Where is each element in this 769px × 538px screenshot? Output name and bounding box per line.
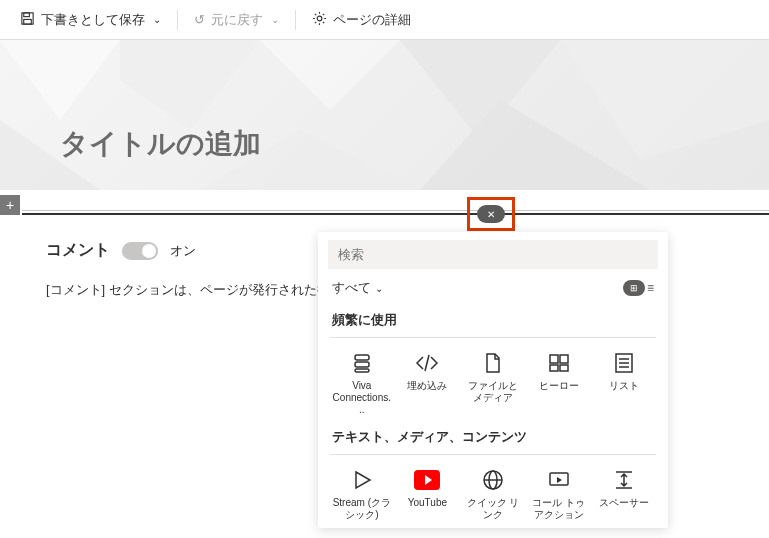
svg-rect-14 bbox=[355, 369, 369, 372]
panel-filter-row: すべて ⌄ ⊞ ≡ bbox=[318, 275, 668, 305]
comments-label: コメント bbox=[46, 240, 110, 261]
svg-rect-2 bbox=[24, 19, 32, 24]
toolbar-separator bbox=[295, 10, 296, 30]
undo-label: 元に戻す bbox=[211, 11, 263, 29]
webpart-label: スペーサー bbox=[599, 497, 649, 509]
svg-rect-16 bbox=[560, 355, 568, 363]
cta-icon bbox=[546, 467, 572, 493]
undo-button[interactable]: ↺ 元に戻す ⌄ bbox=[186, 7, 287, 33]
filter-label: すべて bbox=[332, 279, 371, 297]
webpart-label: Stream (クラシック) bbox=[332, 497, 392, 521]
webpart-hero[interactable]: ヒーロー bbox=[527, 344, 591, 422]
svg-marker-5 bbox=[120, 40, 260, 130]
youtube-icon bbox=[414, 467, 440, 493]
viva-icon bbox=[349, 350, 375, 376]
webpart-label: Viva Connections... bbox=[332, 380, 392, 416]
filter-dropdown[interactable]: すべて ⌄ bbox=[332, 279, 383, 297]
textmedia-grid: Stream (クラシック) YouTube クイック リンク コール トゥ ア… bbox=[330, 461, 656, 528]
save-icon bbox=[20, 11, 35, 29]
section-frequent-title: 頻繁に使用 bbox=[330, 305, 656, 335]
svg-rect-17 bbox=[550, 365, 558, 371]
svg-rect-18 bbox=[560, 365, 568, 371]
embed-icon bbox=[414, 350, 440, 376]
close-highlight-box bbox=[467, 197, 515, 231]
webpart-label: リスト bbox=[609, 380, 639, 392]
file-icon bbox=[480, 350, 506, 376]
title-hero-region[interactable]: タイトルの追加 bbox=[0, 40, 769, 190]
page-details-label: ページの詳細 bbox=[333, 11, 411, 29]
webpart-quicklinks[interactable]: クイック リンク bbox=[461, 461, 525, 527]
grid-view-icon: ⊞ bbox=[623, 280, 645, 296]
section-divider bbox=[330, 454, 656, 455]
webpart-label: YouTube bbox=[408, 497, 447, 509]
webpart-label: 埋め込み bbox=[407, 380, 447, 392]
comments-toggle[interactable] bbox=[122, 242, 158, 260]
svg-rect-12 bbox=[355, 355, 369, 360]
stream-icon bbox=[349, 467, 375, 493]
svg-rect-1 bbox=[24, 12, 30, 16]
chevron-down-icon: ⌄ bbox=[375, 283, 383, 294]
panel-body[interactable]: 頻繁に使用 Viva Connections... 埋め込み ファイルとメディア… bbox=[318, 305, 668, 528]
view-switcher[interactable]: ⊞ ≡ bbox=[623, 280, 654, 296]
svg-marker-4 bbox=[0, 40, 120, 120]
globe-icon bbox=[480, 467, 506, 493]
panel-search-wrapper bbox=[328, 240, 658, 269]
spacer-icon bbox=[611, 467, 637, 493]
list-icon bbox=[611, 350, 637, 376]
chevron-down-icon: ⌄ bbox=[153, 14, 161, 25]
undo-icon: ↺ bbox=[194, 12, 205, 27]
save-draft-label: 下書きとして保存 bbox=[41, 11, 145, 29]
chevron-down-icon: ⌄ bbox=[271, 14, 279, 25]
save-draft-button[interactable]: 下書きとして保存 ⌄ bbox=[12, 7, 169, 33]
section-textmedia-title: テキスト、メディア、コンテンツ bbox=[330, 422, 656, 452]
add-section-button[interactable]: + bbox=[0, 195, 20, 215]
webpart-viva[interactable]: Viva Connections... bbox=[330, 344, 394, 422]
webpart-stream[interactable]: Stream (クラシック) bbox=[330, 461, 394, 527]
comments-toggle-state: オン bbox=[170, 242, 196, 260]
webpart-label: ファイルとメディア bbox=[463, 380, 523, 404]
webpart-youtube[interactable]: YouTube bbox=[396, 461, 460, 527]
search-input[interactable] bbox=[328, 240, 658, 269]
webpart-label: ヒーロー bbox=[539, 380, 579, 392]
editor-toolbar: 下書きとして保存 ⌄ ↺ 元に戻す ⌄ ページの詳細 bbox=[0, 0, 769, 40]
gear-icon bbox=[312, 11, 327, 29]
webpart-embed[interactable]: 埋め込み bbox=[396, 344, 460, 422]
list-view-icon: ≡ bbox=[647, 281, 654, 295]
section-divider bbox=[22, 213, 769, 215]
frequent-grid: Viva Connections... 埋め込み ファイルとメディア ヒーロー … bbox=[330, 344, 656, 422]
svg-marker-8 bbox=[560, 40, 769, 160]
webpart-cta[interactable]: コール トゥ アクション bbox=[527, 461, 591, 527]
webpart-spacer[interactable]: スペーサー bbox=[592, 461, 656, 527]
webpart-file-media[interactable]: ファイルとメディア bbox=[461, 344, 525, 422]
svg-point-3 bbox=[317, 16, 322, 21]
hero-icon bbox=[546, 350, 572, 376]
webpart-label: クイック リンク bbox=[463, 497, 523, 521]
svg-marker-6 bbox=[260, 40, 400, 110]
webpart-label: コール トゥ アクション bbox=[529, 497, 589, 521]
section-divider bbox=[330, 337, 656, 338]
toolbar-separator bbox=[177, 10, 178, 30]
webpart-toolbox-panel: すべて ⌄ ⊞ ≡ 頻繁に使用 Viva Connections... 埋め込み… bbox=[318, 232, 668, 528]
svg-rect-15 bbox=[550, 355, 558, 363]
webpart-list[interactable]: リスト bbox=[592, 344, 656, 422]
hero-background bbox=[0, 40, 769, 190]
page-title[interactable]: タイトルの追加 bbox=[60, 125, 261, 163]
svg-rect-13 bbox=[355, 362, 369, 367]
page-details-button[interactable]: ページの詳細 bbox=[304, 7, 419, 33]
